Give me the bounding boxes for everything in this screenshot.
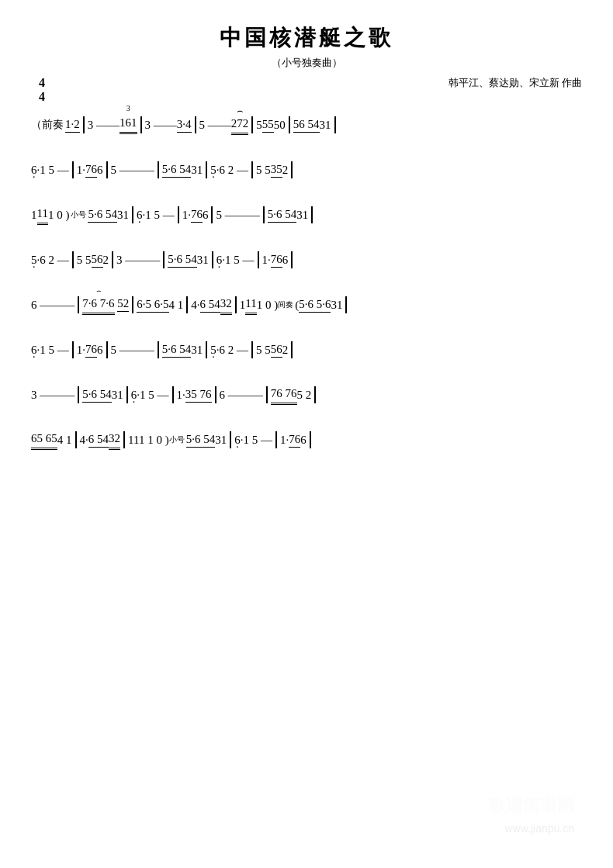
bar-line (211, 206, 213, 223)
note-6dot: 6 (31, 164, 37, 177)
note-56-54-6: 5·6 54 (162, 343, 192, 358)
notes-46: 4· (80, 434, 88, 447)
time-sig-top: 4 (39, 76, 45, 90)
note-6dot-6: 6 (234, 434, 241, 447)
bar-line (106, 161, 108, 178)
bar-line (158, 161, 159, 178)
bar-line (291, 251, 293, 268)
note-35-76: 35 76 (185, 388, 212, 403)
notes-76-76-52: 7·6 7·6 ⌢ 52 (82, 297, 129, 313)
bar-line (215, 386, 216, 403)
time-signature: 4 4 (39, 76, 45, 103)
bar-line (195, 116, 196, 133)
note-31b: 31 (117, 209, 129, 222)
bar-line (235, 296, 237, 313)
note-6e: 6 (97, 344, 103, 357)
note-11-2: 11 (245, 297, 256, 313)
composer: 韩平江、蔡达勋、宋立新 作曲 (448, 76, 582, 90)
bar-line (78, 386, 79, 403)
note-52: 52 (117, 297, 129, 312)
note-56-54-3: 5·6 54 (88, 208, 117, 223)
header-row: 4 4 韩平江、蔡达勋、宋立新 作曲 (31, 76, 582, 103)
note-2b: 2 (282, 164, 289, 177)
notes-3dash2: 3 —— (145, 119, 177, 132)
bar-line (334, 116, 336, 133)
note-6b: 6 (97, 164, 103, 177)
bar-line (314, 386, 316, 403)
note-76-4: 76 (85, 343, 97, 358)
bar-line (106, 341, 108, 358)
note-31c: 31 (296, 209, 308, 222)
bar-line (186, 296, 188, 313)
note-6f: 6 (300, 434, 306, 447)
bar-line (206, 341, 207, 358)
time-sig-bottom: 4 (39, 90, 45, 104)
note-2c: 2 (103, 254, 109, 267)
bar-line (132, 206, 133, 223)
notes-5-3dash: 5 ——— (111, 164, 154, 177)
note-2d: 2 (282, 344, 289, 357)
note-76-76-2: 76 76 (271, 387, 297, 403)
watermark-url: www.jianpu.cn (489, 820, 574, 837)
notes-1-5dash-2: ·1 5 — (222, 254, 254, 267)
note-76-3: 76 (271, 253, 282, 268)
notes-1-5dash-4: ·1 5 — (137, 389, 168, 402)
note-56-54-8: 5·6 54 (186, 433, 216, 448)
notes-55-3: 5 5 (256, 344, 271, 357)
bar-line (178, 206, 179, 223)
notes-6-3dash-2: 6 ——— (220, 389, 263, 402)
bar-line (212, 251, 213, 268)
bar-line (72, 341, 74, 358)
music-line-4: 5 ·6 2 — 5 5 56 2 3 ——— 5·6 54 31 6 ·1 5… (31, 246, 582, 274)
note-31g: 31 (112, 389, 123, 402)
notes-41: 4 1 (57, 434, 72, 447)
notes-6-2dash: ·6 2 — (216, 164, 248, 177)
notes-1-11-10-3: 111 1 0 ) (128, 434, 169, 447)
note-34: 3·4 (177, 118, 192, 133)
note-10-2: 1 0 ) (257, 299, 279, 312)
bar-line (78, 296, 79, 313)
notes-1-5dash: ·1 5 — (142, 209, 174, 222)
label-xiao: 小号 (71, 209, 86, 220)
notes-52: 5 2 (297, 389, 312, 402)
notes-1-11-10: 1 (31, 209, 37, 222)
bar-line (172, 386, 174, 403)
note-31h: 31 (215, 434, 227, 447)
notes-3dash: 3 —— (88, 119, 119, 132)
bar-line (123, 431, 125, 448)
bar-line (289, 116, 290, 133)
note-5dot-4: 5 (210, 344, 216, 357)
note-1dot2: 1· (182, 209, 191, 222)
note-55: 55 (262, 118, 274, 133)
music-line-6: 6 ·1 5 — 1· 76 6 5 ——— 5·6 54 31 5 ·6 2 … (31, 336, 582, 364)
bar-line (275, 431, 277, 448)
notes-15dash: ·1 5 — (37, 164, 69, 177)
notes-1-11-10-2: 1 (240, 299, 246, 312)
note-56-54-4: 5·6 54 (268, 208, 297, 223)
note-31f: 31 (191, 344, 203, 357)
bar-line (83, 116, 85, 133)
bar-line (310, 431, 311, 448)
subtitle: （小号独奏曲） (31, 56, 582, 70)
bar-line (158, 341, 159, 358)
note-1dot4: 1· (77, 344, 85, 357)
note-35: 35 (271, 163, 282, 178)
music-line-3: 1 11 1 0 ) 小号 5·6 54 31 6 ·1 5 — 1· 76 6… (31, 201, 582, 229)
note-6dot-4: 6 (31, 344, 37, 357)
bar-line (311, 206, 313, 223)
notes-5-55-50: 5 (256, 119, 262, 132)
bar-line (75, 431, 77, 448)
notes-6-2dash-3: ·6 2 — (216, 344, 248, 357)
note-32: 32 (220, 297, 232, 313)
note-1dot: 1· (77, 164, 85, 177)
bar-line (266, 386, 268, 403)
music-line-2: 6 ·1 5 — 1· 76 6 5 ——— 5·6 54 31 5 ·6 2 … (31, 156, 582, 184)
notes-46-54-32: 4· (191, 299, 199, 312)
music-line-5: 6 ——— 7·6 7·6 ⌢ 52 6·5 6·5 4 1 4· 6 54 3… (31, 291, 582, 319)
bar-line (251, 341, 253, 358)
notes-3-3dash: 3 ——— (116, 254, 160, 267)
note-56-54-2: 5·6 54 (162, 163, 192, 178)
note-5dot-2: 5 (210, 164, 216, 177)
notes-1-5dash-3: ·1 5 — (37, 344, 69, 357)
note-fermata-272: ⌢ 272 (231, 117, 249, 133)
